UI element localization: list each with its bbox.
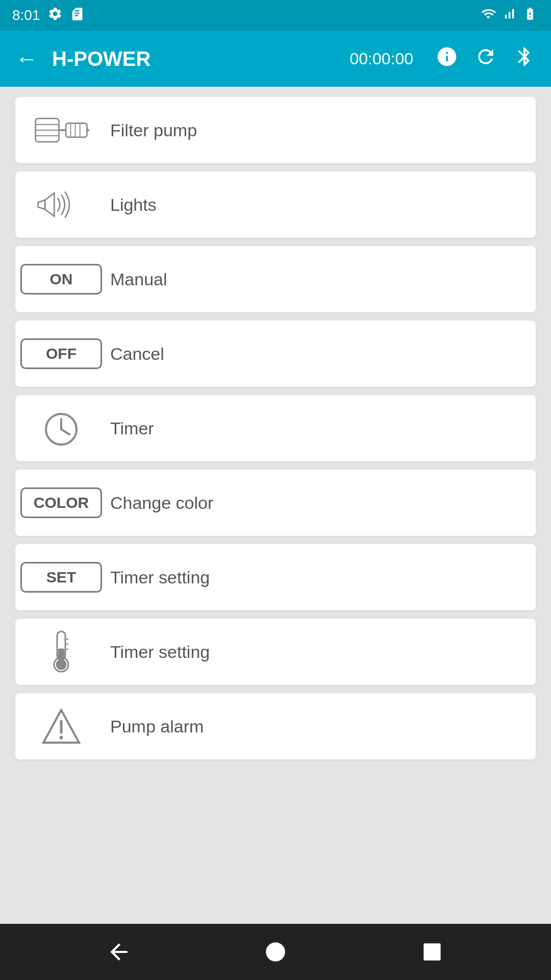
info-icon[interactable]: [436, 45, 458, 72]
timer-label: Timer: [110, 419, 154, 438]
timer-setting-2-label: Timer setting: [110, 642, 210, 662]
back-button[interactable]: ←: [15, 46, 38, 71]
change-color-label: Change color: [110, 493, 213, 513]
status-bar: 8:01: [0, 0, 551, 31]
on-badge: ON: [20, 264, 102, 295]
app-title: H-POWER: [52, 47, 335, 70]
svg-rect-5: [66, 123, 87, 137]
nav-home-button[interactable]: [255, 932, 296, 972]
svg-rect-17: [59, 649, 64, 659]
wifi-icon: [480, 7, 497, 24]
nav-recents-button[interactable]: [412, 932, 453, 972]
color-button-icon: COLOR: [31, 487, 92, 518]
sim-icon: [70, 7, 84, 24]
filter-pump-icon: [31, 110, 92, 151]
svg-rect-26: [423, 943, 440, 960]
timer-setting-label: Timer setting: [110, 568, 210, 587]
menu-item-timer[interactable]: Timer: [15, 395, 536, 461]
color-badge: COLOR: [20, 487, 102, 518]
app-bar: ← H-POWER 00:00:00: [0, 31, 551, 87]
timer-display: 00:00:00: [349, 50, 413, 68]
status-bar-right: [480, 7, 539, 24]
lights-icon: [31, 184, 92, 225]
menu-item-timer-setting[interactable]: SET Timer setting: [15, 544, 536, 610]
battery-icon: [521, 7, 539, 24]
svg-marker-11: [38, 200, 45, 209]
nav-back-button[interactable]: [98, 932, 139, 972]
menu-item-change-color[interactable]: COLOR Change color: [15, 470, 536, 536]
set-button-icon: SET: [31, 562, 92, 593]
menu-item-lights[interactable]: Lights: [15, 172, 536, 238]
svg-marker-10: [45, 193, 54, 216]
menu-item-cancel[interactable]: OFF Cancel: [15, 321, 536, 387]
menu-item-timer-setting-2[interactable]: Timer setting: [15, 619, 536, 685]
settings-icon: [47, 6, 63, 25]
refresh-icon[interactable]: [474, 45, 497, 72]
off-button-icon: OFF: [31, 338, 92, 369]
nav-bar: [0, 924, 551, 980]
manual-label: Manual: [110, 270, 167, 289]
svg-point-18: [57, 660, 66, 669]
bluetooth-icon[interactable]: [513, 45, 536, 72]
main-content: Filter pump Lights ON Manual OFF: [0, 87, 551, 924]
app-bar-icons: [436, 45, 536, 72]
pump-alarm-icon: [31, 706, 92, 747]
status-bar-left: 8:01: [12, 6, 84, 25]
pump-alarm-label: Pump alarm: [110, 717, 204, 737]
time-display: 8:01: [12, 7, 40, 23]
menu-item-pump-alarm[interactable]: Pump alarm: [15, 693, 536, 760]
thermometer-icon: [31, 629, 92, 675]
cancel-label: Cancel: [110, 344, 164, 364]
lights-label: Lights: [110, 195, 157, 215]
svg-point-24: [60, 736, 63, 740]
svg-line-14: [61, 429, 69, 434]
svg-point-25: [266, 942, 285, 962]
filter-pump-label: Filter pump: [110, 120, 197, 140]
signal-icon: [502, 7, 516, 24]
menu-item-filter-pump[interactable]: Filter pump: [15, 97, 536, 163]
on-button-icon: ON: [31, 264, 92, 295]
off-badge: OFF: [20, 338, 102, 369]
menu-item-manual[interactable]: ON Manual: [15, 246, 536, 312]
set-badge: SET: [20, 562, 102, 593]
timer-icon: [31, 408, 92, 449]
